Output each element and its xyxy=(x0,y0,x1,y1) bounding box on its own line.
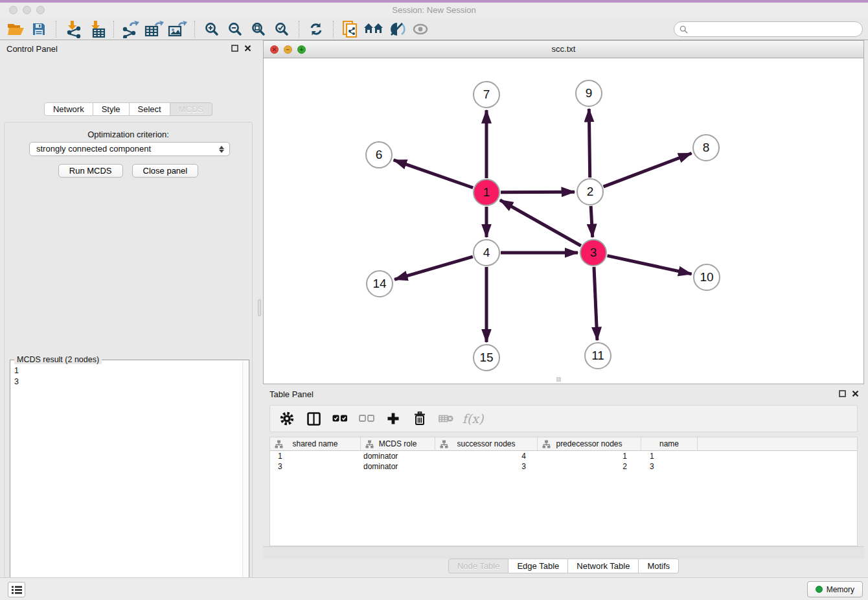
minimize-window-button[interactable] xyxy=(23,6,31,14)
search-input[interactable] xyxy=(691,25,857,34)
tab-node-table[interactable]: Node Table xyxy=(448,559,509,573)
deselect-all-icon[interactable] xyxy=(359,411,374,426)
add-column-icon[interactable] xyxy=(385,411,401,426)
hide-detail-icon[interactable] xyxy=(385,19,409,39)
zoom-out-icon[interactable] xyxy=(223,19,247,39)
zoom-window-button[interactable] xyxy=(36,6,45,14)
optimization-select[interactable]: strongly connected component xyxy=(29,142,230,156)
cell-MCDS-role[interactable]: dominator xyxy=(361,461,435,472)
close-panel-icon[interactable] xyxy=(244,45,251,52)
graph-node-1[interactable]: 1 xyxy=(473,179,500,206)
mcds-result-text: 13 xyxy=(10,362,242,600)
tab-network[interactable]: Network xyxy=(44,102,93,116)
edge-1-6[interactable] xyxy=(394,160,474,188)
graph-node-14[interactable]: 14 xyxy=(366,270,393,297)
toolbar-separator xyxy=(299,21,299,38)
cell-successor-nodes[interactable]: 4 xyxy=(435,451,538,461)
run-mcds-button[interactable]: Run MCDS xyxy=(58,164,123,178)
float-panel-icon[interactable] xyxy=(231,45,238,52)
graph-node-3[interactable]: 3 xyxy=(580,239,607,266)
graph-node-8[interactable]: 8 xyxy=(692,134,720,161)
delete-table-icon[interactable] xyxy=(439,411,454,426)
search-box[interactable] xyxy=(674,21,863,37)
table-row[interactable]: 1dominator411 xyxy=(270,451,857,461)
graph-node-7[interactable]: 7 xyxy=(473,81,500,108)
network-view-window: ✕ − + scc.txt 7968124314101511 xyxy=(263,40,864,384)
cell-predecessor-nodes[interactable]: 1 xyxy=(538,451,641,461)
column-header-name[interactable]: name xyxy=(641,437,698,450)
edge-3-10[interactable] xyxy=(607,256,691,274)
edge-2-3[interactable] xyxy=(591,206,593,237)
graph-node-10[interactable]: 10 xyxy=(693,264,720,291)
zoom-in-icon[interactable] xyxy=(200,19,223,39)
split-panel-icon[interactable] xyxy=(306,411,321,426)
cell-successor-nodes[interactable]: 3 xyxy=(435,461,538,472)
tab-select[interactable]: Select xyxy=(130,102,170,116)
edge-3-1[interactable] xyxy=(500,200,581,246)
cell-name[interactable]: 1 xyxy=(641,451,698,461)
tab-style[interactable]: Style xyxy=(93,102,130,116)
table-tabs: Node TableEdge TableNetwork TableMotifs xyxy=(263,559,864,573)
save-icon[interactable] xyxy=(27,19,51,39)
graph-node-6[interactable]: 6 xyxy=(365,141,393,168)
graph-node-4[interactable]: 4 xyxy=(473,239,500,266)
homes-icon[interactable] xyxy=(362,19,385,39)
graph-node-2[interactable]: 2 xyxy=(577,178,604,205)
trash-icon[interactable] xyxy=(412,411,428,426)
tab-motifs[interactable]: Motifs xyxy=(639,559,679,573)
graph-node-11[interactable]: 11 xyxy=(584,342,611,369)
cell-MCDS-role[interactable]: dominator xyxy=(361,451,435,461)
eye-icon[interactable] xyxy=(409,19,432,39)
refresh-icon[interactable] xyxy=(304,19,328,39)
tab-mcds[interactable]: MCDS xyxy=(170,102,212,116)
float-table-panel-icon[interactable] xyxy=(839,390,846,397)
graph-node-9[interactable]: 9 xyxy=(575,80,602,107)
cell-name[interactable]: 3 xyxy=(641,461,698,472)
export-network-icon[interactable] xyxy=(119,19,143,39)
close-view-button[interactable]: ✕ xyxy=(270,45,279,54)
column-header-shared-name[interactable]: shared name xyxy=(270,437,361,450)
cell-shared-name[interactable]: 1 xyxy=(270,451,361,461)
memory-label: Memory xyxy=(827,585,854,594)
network-canvas[interactable]: 7968124314101511 xyxy=(264,58,863,384)
maximize-view-button[interactable]: + xyxy=(297,45,306,54)
network-window-titlebar[interactable]: ✕ − + scc.txt xyxy=(264,41,863,58)
result-scrollbar[interactable] xyxy=(242,361,248,600)
graph-node-15[interactable]: 15 xyxy=(473,344,500,371)
column-header-predecessor-nodes[interactable]: predecessor nodes xyxy=(538,437,641,450)
tab-edge-table[interactable]: Edge Table xyxy=(508,559,568,573)
close-window-button[interactable] xyxy=(9,6,17,14)
export-image-icon[interactable] xyxy=(166,19,189,39)
minimize-view-button[interactable]: − xyxy=(284,45,292,54)
edge-2-9[interactable] xyxy=(589,109,589,178)
function-icon: f(x) xyxy=(465,411,481,426)
import-table-icon[interactable] xyxy=(85,19,108,39)
result-line: 3 xyxy=(14,376,242,387)
edge-4-14[interactable] xyxy=(394,257,473,279)
toolbar-separator xyxy=(56,21,56,38)
table-row[interactable]: 3dominator323 xyxy=(270,461,857,472)
memory-button[interactable]: Memory xyxy=(807,581,863,597)
gear-icon[interactable] xyxy=(279,411,295,426)
edge-3-11[interactable] xyxy=(594,267,597,340)
zoom-fit-icon[interactable] xyxy=(247,19,270,39)
cell-shared-name[interactable]: 3 xyxy=(270,461,361,472)
table-panel-footer-strip xyxy=(263,546,864,559)
cell-predecessor-nodes[interactable]: 2 xyxy=(538,461,641,472)
copy-network-icon[interactable] xyxy=(339,19,362,39)
zoom-selected-icon[interactable] xyxy=(270,19,293,39)
mcds-panel: Optimization criterion: strongly connect… xyxy=(4,122,253,600)
vertical-splitter-handle[interactable] xyxy=(258,299,261,316)
column-header-successor-nodes[interactable]: successor nodes xyxy=(435,437,538,450)
open-folder-icon[interactable] xyxy=(4,19,27,39)
tab-network-table[interactable]: Network Table xyxy=(568,559,639,573)
close-table-panel-icon[interactable] xyxy=(852,390,859,397)
import-network-icon[interactable] xyxy=(62,19,85,39)
export-table-icon[interactable] xyxy=(143,19,166,39)
column-header-MCDS-role[interactable]: MCDS role xyxy=(361,437,435,450)
edge-2-8[interactable] xyxy=(604,154,692,187)
select-all-icon[interactable] xyxy=(332,411,348,426)
close-panel-button[interactable]: Close panel xyxy=(132,164,199,178)
edge-1-2[interactable] xyxy=(501,192,575,192)
task-history-button[interactable] xyxy=(8,582,25,597)
